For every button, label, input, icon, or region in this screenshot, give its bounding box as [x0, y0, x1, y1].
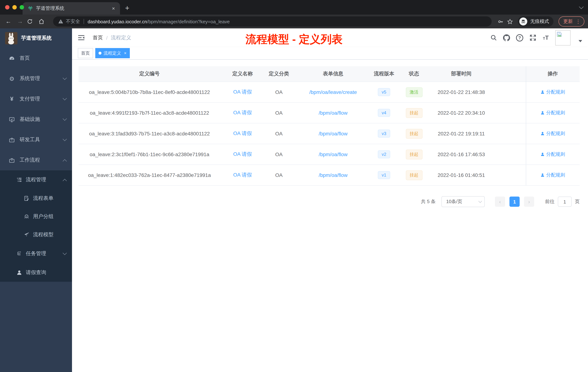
browser-menu-dots-icon[interactable]: ⋮ — [576, 19, 581, 24]
top-navbar: 首页 / 流程定义 ? TT — [72, 28, 588, 47]
forward-button[interactable]: → — [15, 18, 25, 25]
new-tab-button[interactable]: + — [125, 4, 129, 15]
broken-image-icon — [556, 31, 562, 37]
maximize-window-button[interactable] — [20, 5, 24, 10]
breadcrumb-current: 流程定义 — [111, 34, 131, 41]
assign-rule-link[interactable]: 分配规则 — [540, 130, 565, 137]
assign-rule-link[interactable]: 分配规则 — [540, 151, 565, 158]
sidebar-item-infra[interactable]: 基础设施 — [0, 109, 72, 130]
reload-button[interactable] — [27, 19, 36, 24]
incognito-badge: 无痕模式 — [518, 16, 554, 27]
sidebar-item-devtools[interactable]: 研发工具 — [0, 130, 72, 150]
tab-close-icon[interactable]: × — [111, 5, 116, 11]
bookmark-star-icon[interactable] — [506, 18, 514, 25]
security-label[interactable]: 不安全 — [66, 18, 80, 25]
version-badge: v2 — [378, 150, 390, 158]
browser-window: 芋道管理系统 × + ← → 不安全 dashboard.yudao.iocod… — [0, 0, 588, 372]
definition-table: 定义编号 定义名称 定义分类 表单信息 流程版本 状态 部署时间 操作 — [79, 66, 580, 186]
sidebar-item-process-form[interactable]: 流程表单 — [0, 189, 72, 208]
sidebar-item-process-model[interactable]: 流程模型 — [0, 226, 72, 244]
definition-name-link[interactable]: OA 请假 — [233, 89, 252, 95]
definition-name-link[interactable]: OA 请假 — [233, 172, 252, 178]
next-page-button[interactable]: › — [524, 197, 534, 207]
prev-page-button[interactable]: ‹ — [495, 197, 505, 207]
col-process-version: 流程版本 — [373, 66, 395, 82]
sidebar-item-process-manage[interactable]: 流程管理 — [0, 170, 72, 189]
browser-toolbar: ← → 不安全 dashboard.yudao.iocoder.cn/bpm/m… — [0, 15, 588, 28]
col-definition-name: 定义名称 — [220, 66, 265, 82]
form-link[interactable]: /bpm/oa/flow — [319, 110, 348, 116]
version-badge: v3 — [378, 130, 390, 138]
sidebar-item-system[interactable]: ⚙ 系统管理 — [0, 68, 72, 89]
cell-deploy-time: 2022-01-22 21:48:38 — [433, 82, 489, 102]
browser-tab[interactable]: 芋道管理系统 × — [22, 2, 120, 15]
form-link[interactable]: /bpm/oa/flow — [319, 172, 348, 178]
assign-rule-link[interactable]: 分配规则 — [540, 109, 565, 116]
back-button[interactable]: ← — [4, 18, 13, 25]
sidebar-collapse-icon[interactable] — [78, 34, 85, 41]
sidebar-item-label: 系统管理 — [20, 75, 63, 82]
cell-definition-id: oa_leave:3:1fad3d93-7b75-11ec-a3c8-acde4… — [79, 123, 220, 144]
password-key-icon[interactable] — [497, 18, 504, 25]
avatar-caret-icon[interactable] — [578, 40, 582, 42]
search-icon[interactable] — [490, 34, 497, 41]
tag-process-definition[interactable]: 流程定义 × — [95, 48, 130, 58]
form-link[interactable]: /bpm/oa/flow — [319, 131, 348, 136]
sidebar-item-label: 流程表单 — [33, 195, 53, 202]
sidebar-item-workflow[interactable]: 工作流程 — [0, 150, 72, 170]
avatar[interactable] — [555, 30, 571, 45]
status-badge: 挂起 — [406, 108, 422, 118]
assign-rule-link[interactable]: 分配规则 — [540, 172, 565, 178]
chevron-down-icon — [478, 199, 482, 203]
pagination-jumper: 前往 页 — [545, 197, 580, 207]
tab-search-caret-icon[interactable] — [579, 4, 583, 9]
close-window-button[interactable] — [5, 5, 10, 10]
tags-view-bar: 首页 流程定义 × — [72, 47, 588, 60]
sidebar-logo[interactable]: 芋道管理系统 — [0, 28, 72, 48]
definition-name-link[interactable]: OA 请假 — [233, 109, 252, 115]
sidebar-item-payment[interactable]: ¥ 支付管理 — [0, 89, 72, 109]
version-badge: v4 — [378, 109, 390, 117]
breadcrumb-separator: / — [106, 35, 108, 41]
sidebar-item-leave-query[interactable]: 请假查询 — [0, 263, 72, 282]
chevron-up-icon — [63, 179, 67, 183]
page-number-1[interactable]: 1 — [509, 197, 520, 207]
sidebar-item-home[interactable]: 首页 — [0, 48, 72, 68]
tag-close-icon[interactable]: × — [124, 51, 126, 55]
user-icon — [540, 152, 545, 156]
help-icon[interactable]: ? — [516, 34, 523, 41]
tab-title: 芋道管理系统 — [36, 5, 111, 12]
col-definition-category: 定义分类 — [265, 66, 293, 82]
cell-deploy-time: 2022-01-22 19:19:11 — [433, 123, 489, 144]
cell-deploy-time: 2022-01-16 01:40:51 — [433, 165, 489, 186]
definition-name-link[interactable]: OA 请假 — [233, 130, 252, 136]
toolbox-icon — [9, 137, 15, 143]
definition-name-link[interactable]: OA 请假 — [233, 151, 252, 157]
window-controls — [5, 5, 24, 10]
font-size-icon[interactable]: TT — [542, 34, 549, 41]
sidebar-item-user-group[interactable]: 用户分组 — [0, 208, 72, 226]
home-button[interactable] — [39, 19, 48, 24]
update-label: 更新 — [563, 18, 573, 25]
form-link[interactable]: /bpm/oa/leave/create — [309, 89, 357, 95]
assign-rule-link[interactable]: 分配规则 — [540, 89, 565, 95]
user-icon — [540, 111, 545, 115]
goto-page-input[interactable] — [558, 197, 572, 207]
breadcrumb-home[interactable]: 首页 — [93, 34, 103, 41]
dashboard-icon — [9, 55, 15, 61]
page-size-select[interactable]: 10条/页 — [441, 196, 485, 207]
github-icon[interactable] — [503, 34, 510, 41]
sidebar-item-label: 首页 — [20, 55, 66, 62]
browser-update-button[interactable]: 更新 ⋮ — [558, 16, 584, 27]
address-bar[interactable]: 不安全 dashboard.yudao.iocoder.cn/bpm/manag… — [53, 16, 492, 27]
table-row: oa_leave:5:004b710b-7b8a-11ec-8ef0-acde4… — [79, 82, 580, 102]
sidebar-item-label: 研发工具 — [20, 136, 63, 143]
minimize-window-button[interactable] — [12, 5, 17, 10]
sidebar-item-label: 流程管理 — [26, 176, 63, 183]
workflow-submenu: 流程管理 流程表单 用户分组 — [0, 170, 72, 282]
sidebar-item-task-manage[interactable]: 任务管理 — [0, 244, 72, 263]
tag-home[interactable]: 首页 — [78, 48, 93, 58]
form-icon — [23, 195, 30, 201]
form-link[interactable]: /bpm/oa/flow — [319, 152, 348, 157]
fullscreen-icon[interactable] — [529, 34, 536, 41]
